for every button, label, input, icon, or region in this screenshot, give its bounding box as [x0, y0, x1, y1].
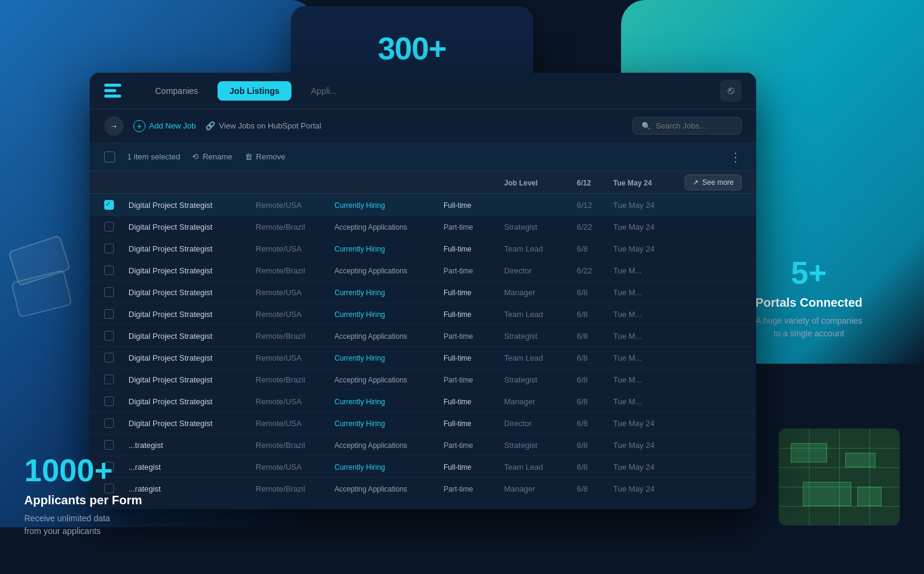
row-check[interactable]	[104, 200, 128, 210]
row-date: Tue May 24	[613, 243, 680, 254]
row-check[interactable]	[104, 244, 128, 253]
header-level-col: Job Level	[504, 177, 577, 188]
row-check[interactable]	[104, 222, 128, 232]
card-300-number: 300+	[309, 30, 515, 67]
row-date: Tue M...	[613, 287, 680, 298]
row-type: Part-time	[444, 330, 504, 341]
tab-applications[interactable]: Appli...	[299, 81, 349, 101]
table-row[interactable]: Digital Project Strategist Remote/USA Cu…	[90, 412, 756, 434]
row-name: Digital Project Strategist	[128, 396, 256, 407]
row-check[interactable]	[104, 440, 128, 450]
row-level: Team Lead	[504, 309, 577, 319]
row-date: Tue May 24	[613, 418, 680, 429]
row-name: Digital Project Strategist	[128, 199, 256, 210]
row-status: Currently Hiring	[334, 243, 444, 254]
row-date: Tue M...	[613, 396, 680, 407]
row-check[interactable]	[104, 396, 128, 406]
table-row[interactable]: Digital Project Strategist Remote/USA Cu…	[90, 390, 756, 412]
row-type: Full-time	[444, 199, 504, 210]
row-check[interactable]	[104, 418, 128, 428]
header-action-col: ↗ See more	[680, 175, 742, 190]
table-row[interactable]: Digital Project Strategist Remote/USA Cu…	[90, 303, 756, 325]
row-date: Tue May 24	[613, 199, 680, 210]
row-checkbox[interactable]	[104, 375, 114, 384]
row-location: Remote/Brazil	[256, 221, 334, 232]
table-row[interactable]: Digital Project Strategist Remote/Brazil…	[90, 369, 756, 390]
table-container: Job Level 6/12 Tue May 24 ↗ See more	[90, 171, 756, 499]
row-date: Tue May 24	[613, 439, 680, 450]
row-location: Remote/USA	[256, 396, 334, 407]
rename-button[interactable]: ⟲ Rename	[192, 152, 232, 161]
row-location: Remote/USA	[256, 461, 334, 472]
selection-count: 1 item selected	[127, 152, 180, 161]
table-row[interactable]: Digital Project Strategist Remote/Brazil…	[90, 325, 756, 347]
row-checkbox[interactable]	[104, 222, 114, 232]
row-type: Full-time	[444, 396, 504, 407]
card-1000-desc: Receive unlimited datafrom your applican…	[24, 512, 206, 538]
table-row[interactable]: Digital Project Strategist Remote/USA Cu…	[90, 347, 756, 369]
row-checkbox[interactable]	[104, 309, 114, 319]
row-location: Remote/Brazil	[256, 330, 334, 341]
table-row[interactable]: Digital Project Strategist Remote/Brazil…	[90, 216, 756, 238]
logo	[104, 80, 126, 102]
see-more-button[interactable]: ↗ See more	[685, 175, 742, 190]
row-apps: 6/22	[577, 265, 613, 276]
row-level: Strategist	[504, 330, 577, 341]
external-link-icon: 🔗	[205, 121, 215, 130]
row-check[interactable]	[104, 331, 128, 341]
row-level: Manager	[504, 483, 577, 494]
row-check[interactable]	[104, 265, 128, 275]
row-checkbox[interactable]	[104, 396, 114, 406]
row-apps: 6/8	[577, 330, 613, 341]
row-date: Tue M...	[613, 330, 680, 341]
back-button[interactable]: →	[104, 116, 124, 136]
table-row[interactable]: Digital Project Strategist Remote/USA Cu…	[90, 281, 756, 303]
select-all-checkbox[interactable]	[104, 152, 115, 162]
row-checkbox[interactable]	[104, 353, 114, 362]
logo-bar-2	[104, 89, 116, 92]
table-row[interactable]: Digital Project Strategist Remote/Brazil…	[90, 259, 756, 281]
row-status: Currently Hiring	[334, 352, 444, 363]
header-date-col: Tue May 24	[613, 177, 680, 188]
search-input[interactable]	[656, 121, 734, 130]
row-checkbox[interactable]	[104, 440, 114, 450]
row-apps: 6/8	[577, 287, 613, 298]
row-check[interactable]	[104, 287, 128, 297]
add-job-button[interactable]: + Add New Job	[133, 120, 196, 132]
row-date: Tue May 24	[613, 483, 680, 494]
row-status: Accepting Applications	[334, 439, 444, 450]
search-box[interactable]: 🔍	[633, 117, 742, 135]
external-link-icon-2: ↗	[693, 178, 699, 187]
row-check[interactable]	[104, 309, 128, 319]
header-level-label: Job Level	[504, 179, 537, 187]
row-checkbox[interactable]	[104, 287, 114, 297]
tab-job-listings[interactable]: Job Listings	[218, 81, 291, 101]
view-hubspot-button[interactable]: 🔗 View Jobs on HubSpot Portal	[205, 121, 321, 130]
exit-button[interactable]: ⎋	[720, 80, 742, 102]
row-checkbox[interactable]	[104, 331, 114, 341]
map-thumbnail	[779, 429, 900, 526]
header-date-label: Tue May 24	[613, 179, 652, 187]
row-status: Accepting Applications	[334, 265, 444, 276]
row-type: Full-time	[444, 243, 504, 254]
table-row[interactable]: Digital Project Strategist Remote/USA Cu…	[90, 238, 756, 259]
row-checkbox[interactable]	[104, 265, 114, 275]
table-row[interactable]: Digital Project Strategist Remote/USA Cu…	[90, 194, 756, 216]
tab-companies[interactable]: Companies	[143, 81, 210, 101]
deco-shapes	[12, 242, 67, 291]
row-status: Currently Hiring	[334, 199, 444, 210]
logo-bar-3	[104, 95, 121, 98]
row-check[interactable]	[104, 353, 128, 362]
row-checkbox[interactable]	[104, 244, 114, 253]
remove-button[interactable]: 🗑 Remove	[245, 152, 285, 161]
app-toolbar: → + Add New Job 🔗 View Jobs on HubSpot P…	[90, 109, 756, 143]
row-check[interactable]	[104, 375, 128, 384]
row-checkbox[interactable]	[104, 418, 114, 428]
app-nav: Companies Job Listings Appli... ⎋	[90, 73, 756, 109]
row-type: Full-time	[444, 461, 504, 472]
row-checkbox[interactable]	[104, 200, 114, 210]
row-name: Digital Project Strategist	[128, 243, 256, 254]
more-options-button[interactable]: ⋮	[730, 150, 742, 164]
row-apps: 6/8	[577, 461, 613, 472]
row-location: Remote/USA	[256, 309, 334, 319]
